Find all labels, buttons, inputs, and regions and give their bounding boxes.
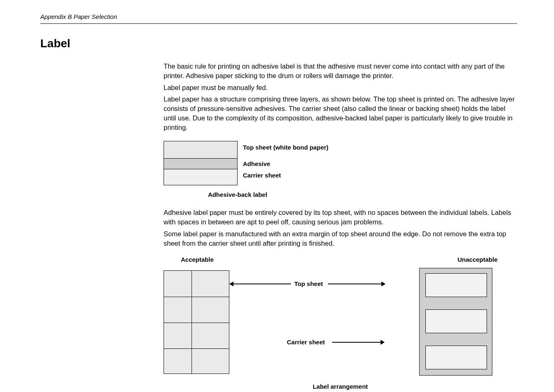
page-header: Appendix B Paper Selection: [40, 13, 517, 24]
arrow-right-icon: [332, 342, 381, 343]
heading-unacceptable: Unacceptable: [441, 256, 515, 263]
layer-label-carrier: Carrier sheet: [243, 172, 281, 179]
grid-horizontal-line: [164, 297, 229, 297]
grid-horizontal-line: [164, 323, 229, 323]
paragraph: Adhesive label paper must be entirely co…: [164, 208, 517, 227]
content-column: The basic rule for printing on adhesive …: [164, 62, 517, 390]
layer-carrier: Carrier sheet: [164, 169, 237, 185]
paragraph: Label paper has a structure comprising t…: [164, 95, 517, 132]
label-top-sheet: Top sheet: [294, 280, 323, 287]
layer-label-adhesive: Adhesive: [243, 160, 270, 167]
arrow-left-icon: [233, 284, 291, 284]
section-title: Label: [40, 37, 517, 50]
grid-vertical-line: [192, 271, 192, 374]
heading-acceptable: Acceptable: [160, 256, 234, 263]
acceptable-grid: [164, 270, 229, 374]
grid-horizontal-line: [164, 348, 229, 349]
layers-diagram-wrap: Top sheet (white bond paper) Adhesive Ca…: [164, 141, 517, 198]
arrangement-caption: Label arrangement: [164, 383, 517, 390]
unacceptable-label-rect: [425, 273, 487, 297]
layers-diagram: Top sheet (white bond paper) Adhesive Ca…: [164, 141, 238, 185]
arrow-right-icon: [328, 284, 381, 284]
paragraph: Label paper must be manually fed.: [164, 83, 517, 92]
layers-caption: Adhesive-back label: [164, 191, 312, 198]
page-container: Appendix B Paper Selection Label The bas…: [0, 0, 554, 390]
paragraph: Some label paper is manufactured with an…: [164, 229, 517, 248]
unacceptable-label-rect: [425, 346, 487, 369]
unacceptable-label-rect: [425, 309, 487, 333]
layer-top-sheet: Top sheet (white bond paper): [164, 141, 237, 159]
arrangement-diagrams: Top sheet Carrier sheet: [164, 270, 517, 377]
unacceptable-box: [419, 268, 492, 376]
acceptable-headings-row: Acceptable Unacceptable: [164, 256, 517, 263]
paragraph: The basic rule for printing on adhesive …: [164, 62, 517, 81]
label-carrier-sheet: Carrier sheet: [287, 339, 325, 346]
layer-label-top: Top sheet (white bond paper): [243, 144, 328, 151]
layer-adhesive: Adhesive: [164, 159, 237, 169]
